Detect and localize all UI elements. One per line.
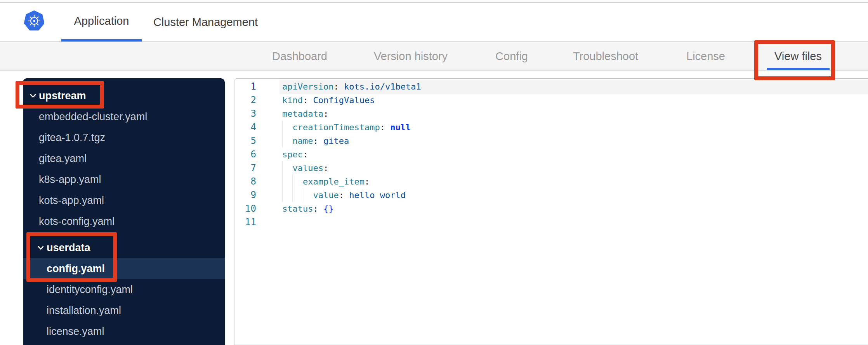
line-number: 6	[234, 148, 256, 161]
code-text: metadata:	[282, 107, 328, 121]
code-text: apiVersion: kots.io/v1beta1	[282, 80, 421, 93]
tree-item-upstream[interactable]: upstream	[23, 85, 225, 106]
code-line-2[interactable]: 2kind: ConfigValues	[234, 93, 868, 107]
code-text: kind: ConfigValues	[282, 93, 375, 107]
app-tab-application[interactable]: Application	[61, 3, 142, 41]
code-line-5[interactable]: 5 name: gitea	[234, 134, 868, 148]
line-number: 3	[234, 107, 256, 121]
kots-admin-console: ApplicationCluster Management DashboardV…	[0, 0, 868, 345]
line-number: 9	[234, 188, 256, 202]
line-number: 1	[234, 80, 256, 93]
code-line-10[interactable]: 10status: {}	[234, 202, 868, 216]
code-line-9[interactable]: 9 value: hello world	[234, 188, 868, 202]
tree-item-config-yaml[interactable]: config.yaml	[23, 258, 225, 279]
code-line-7[interactable]: 7 values:	[234, 161, 868, 175]
code-line-11[interactable]: 11	[234, 216, 868, 229]
file-label: identityconfig.yaml	[47, 284, 133, 296]
nav-tab-view-files[interactable]: View files	[774, 42, 822, 71]
code-line-4[interactable]: 4 creationTimestamp: null	[234, 121, 868, 134]
file-label: kots-config.yaml	[39, 216, 115, 228]
nav-tab-config[interactable]: Config	[495, 42, 528, 71]
line-number: 10	[234, 202, 256, 216]
code-lines: 1apiVersion: kots.io/v1beta12kind: Confi…	[234, 80, 868, 229]
code-text: value: hello world	[282, 188, 406, 202]
app-header: ApplicationCluster Management	[0, 3, 868, 41]
nav-tab-version-history[interactable]: Version history	[374, 42, 448, 71]
code-editor[interactable]: 1apiVersion: kots.io/v1beta12kind: Confi…	[234, 78, 868, 345]
code-text: status: {}	[282, 202, 333, 216]
line-number: 2	[234, 93, 256, 107]
code-line-1[interactable]: 1apiVersion: kots.io/v1beta1	[234, 80, 868, 93]
line-number: 5	[234, 134, 256, 148]
tree-item-userdata[interactable]: userdata	[23, 237, 225, 258]
file-tree: upstreamembedded-cluster.yamlgitea-1.0.7…	[23, 78, 225, 345]
indent-guide	[282, 188, 283, 202]
indent-guide	[282, 134, 283, 148]
app-tab-cluster-management[interactable]: Cluster Management	[149, 3, 262, 41]
file-label: gitea.yaml	[39, 153, 87, 165]
indent-guide	[282, 161, 283, 175]
tree-item-installation-yaml[interactable]: installation.yaml	[23, 300, 225, 321]
folder-label: userdata	[47, 242, 90, 254]
tree-item-gitea-yaml[interactable]: gitea.yaml	[23, 148, 225, 169]
code-line-6[interactable]: 6spec:	[234, 148, 868, 161]
code-text: spec:	[282, 148, 308, 161]
tree-item-kots-app-yaml[interactable]: kots-app.yaml	[23, 190, 225, 211]
nav-tab-license[interactable]: License	[686, 42, 725, 71]
file-label: gitea-1.0.7.tgz	[39, 132, 105, 144]
indent-guide	[282, 175, 283, 188]
file-label: kots-app.yaml	[39, 195, 104, 207]
chevron-down-icon	[30, 94, 39, 98]
line-number: 4	[234, 121, 256, 134]
tree-item-kots-config-yaml[interactable]: kots-config.yaml	[23, 211, 225, 232]
tree-item-identityconfig-yaml[interactable]: identityconfig.yaml	[23, 279, 225, 300]
active-tab-underline	[767, 68, 830, 70]
file-label: k8s-app.yaml	[39, 174, 101, 186]
code-text: creationTimestamp: null	[282, 121, 411, 134]
code-line-8[interactable]: 8 example_item:	[234, 175, 868, 188]
file-label: installation.yaml	[47, 305, 121, 317]
app-nav-bar: DashboardVersion historyConfigTroublesho…	[0, 41, 868, 71]
line-number: 7	[234, 161, 256, 175]
tree-item-license-yaml[interactable]: license.yaml	[23, 321, 225, 342]
indent-guide	[292, 175, 293, 188]
indent-guide	[282, 121, 283, 134]
line-number: 8	[234, 175, 256, 188]
nav-tab-troubleshoot[interactable]: Troubleshoot	[573, 42, 638, 71]
tree-item-gitea-1-0-7-tgz[interactable]: gitea-1.0.7.tgz	[23, 127, 225, 148]
code-text: example_item:	[282, 175, 370, 188]
code-line-3[interactable]: 3metadata:	[234, 107, 868, 121]
nav-tab-dashboard[interactable]: Dashboard	[272, 42, 327, 71]
code-text: name: gitea	[282, 134, 349, 148]
indent-guide	[303, 188, 303, 202]
tree-item-k8s-app-yaml[interactable]: k8s-app.yaml	[23, 169, 225, 190]
tree-item-embedded-cluster-yaml[interactable]: embedded-cluster.yaml	[23, 106, 225, 127]
line-number: 11	[234, 216, 256, 229]
file-label: license.yaml	[47, 326, 104, 338]
code-text: values:	[282, 161, 328, 175]
indent-guide	[292, 188, 293, 202]
folder-label: upstream	[39, 90, 86, 102]
file-label: config.yaml	[47, 263, 105, 275]
chevron-down-icon	[38, 246, 47, 250]
kubernetes-logo-icon	[24, 10, 44, 31]
file-label: embedded-cluster.yaml	[39, 111, 147, 123]
